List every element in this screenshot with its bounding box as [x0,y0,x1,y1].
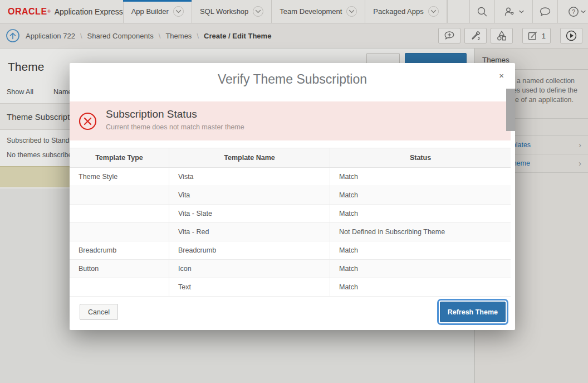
table-cell: Match [330,278,511,296]
subscription-status-alert: Subscription Status Current theme does n… [70,101,511,140]
error-circle-icon [79,112,97,130]
table-body: Theme StyleVistaMatchVitaMatchVita - Sla… [70,168,511,297]
table-cell: Vista [169,168,330,186]
table-cell [70,205,169,222]
table-cell: Button [70,260,169,278]
table-cell: Vita - Red [169,223,330,241]
table-header-cell: Template Type [70,148,169,167]
dialog-title: Verify Theme Subscription [70,63,515,95]
close-icon[interactable]: × [499,71,504,80]
table-header-cell: Template Name [169,148,330,167]
table-row: TextMatch [70,278,511,297]
table-cell: Not Defined in Subscribing Theme [330,223,511,241]
table-cell: Match [330,241,511,259]
table-row: Vita - SlateMatch [70,205,511,223]
table-cell [70,186,169,204]
table-row: BreadcrumbBreadcrumbMatch [70,241,511,260]
table-cell: Vita - Slate [169,205,330,222]
table-cell: Match [330,205,511,222]
table-row: Theme StyleVistaMatch [70,168,511,186]
table-header-row: Template TypeTemplate NameStatus [70,148,511,168]
table-cell: Theme Style [70,168,169,186]
table-header-cell: Status [330,148,511,167]
table-cell: Match [330,260,511,278]
table-cell: Breadcrumb [169,241,330,259]
table-cell: Match [330,168,511,186]
table-cell: Match [330,186,511,204]
table-row: VitaMatch [70,186,511,205]
template-status-table: Template TypeTemplate NameStatus Theme S… [70,148,511,297]
verify-theme-subscription-dialog: Verify Theme Subscription × Subscription… [70,63,515,330]
refresh-theme-button[interactable]: Refresh Theme [440,302,506,322]
dialog-scrollbar-thumb[interactable] [506,89,515,131]
alert-title: Subscription Status [106,108,197,120]
table-cell: Icon [169,260,330,278]
cancel-button[interactable]: Cancel [80,304,118,320]
table-cell: Breadcrumb [70,241,169,259]
table-cell: Vita [169,186,330,204]
table-cell: Text [169,278,330,296]
alert-message: Current theme does not match master them… [106,123,244,131]
table-cell [70,223,169,241]
table-cell [70,278,169,296]
dialog-footer: Cancel Refresh Theme [70,297,515,330]
table-row: ButtonIconMatch [70,260,511,278]
table-row: Vita - RedNot Defined in Subscribing The… [70,223,511,241]
